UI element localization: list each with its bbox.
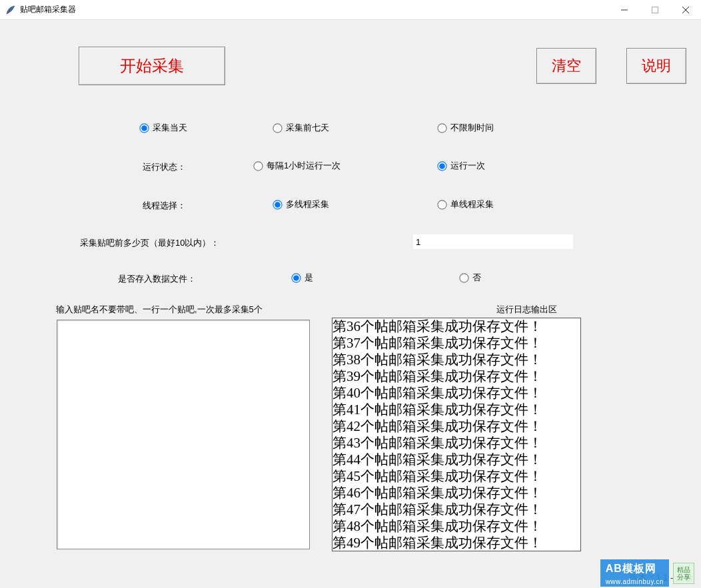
radio-label: 运行一次 xyxy=(450,160,485,172)
log-line: 第46个帖邮箱采集成功保存文件！ xyxy=(333,485,580,501)
help-button[interactable]: 说明 xyxy=(626,48,686,84)
log-line: 第40个帖邮箱采集成功保存文件！ xyxy=(333,385,580,402)
radio-save-no[interactable]: 否 xyxy=(460,272,481,284)
minimize-button[interactable] xyxy=(609,0,640,20)
radio-label: 多线程采集 xyxy=(286,198,329,210)
radio-multithread[interactable]: 多线程采集 xyxy=(273,198,329,210)
log-line: 第42个帖邮箱采集成功保存文件！ xyxy=(333,418,580,435)
log-line: 第36个帖邮箱采集成功保存文件！ xyxy=(333,318,580,335)
radio-label: 每隔1小时运行一次 xyxy=(267,160,341,172)
radio-collect-7days[interactable]: 采集前七天 xyxy=(273,122,329,134)
radio-no-time-limit[interactable]: 不限制时间 xyxy=(438,122,494,134)
tieba-names-input-box xyxy=(57,320,310,549)
radio-save-yes[interactable]: 是 xyxy=(292,272,313,284)
save-file-label: 是否存入数据文件： xyxy=(118,273,196,285)
radio-label: 单线程采集 xyxy=(450,198,494,210)
radio-run-hourly[interactable]: 每隔1小时运行一次 xyxy=(254,160,341,172)
log-area-header: 运行日志输出区 xyxy=(480,304,573,316)
radio-label: 采集前七天 xyxy=(286,122,329,134)
log-line: 第47个帖邮箱采集成功保存文件！ xyxy=(333,501,580,518)
log-line: 第37个帖邮箱采集成功保存文件！ xyxy=(333,335,580,352)
titlebar: 贴吧邮箱采集器 xyxy=(0,0,701,20)
tieba-names-textarea[interactable] xyxy=(59,322,308,547)
input-area-header: 输入贴吧名不要带吧、一行一个贴吧,一次最多采集5个 xyxy=(56,304,283,316)
log-line: 第41个帖邮箱采集成功保存文件！ xyxy=(333,402,580,418)
pages-label: 采集贴吧前多少页（最好10以内）： xyxy=(80,237,219,249)
log-line: 第43个帖邮箱采集成功保存文件！ xyxy=(333,435,580,451)
radio-collect-today[interactable]: 采集当天 xyxy=(140,122,187,134)
app-feather-icon xyxy=(5,5,16,15)
radio-label: 是 xyxy=(305,272,313,284)
maximize-button[interactable] xyxy=(640,0,670,20)
thread-label: 线程选择： xyxy=(143,200,186,212)
log-line: 第39个帖邮箱采集成功保存文件！ xyxy=(333,368,580,385)
svg-rect-1 xyxy=(652,7,658,13)
radio-run-once[interactable]: 运行一次 xyxy=(438,160,485,172)
clear-button[interactable]: 清空 xyxy=(536,48,596,84)
run-state-label: 运行状态： xyxy=(143,161,186,173)
start-collect-button[interactable]: 开始采集 xyxy=(79,47,225,85)
radio-label: 不限制时间 xyxy=(450,122,494,134)
pages-input[interactable] xyxy=(413,234,573,249)
log-line: 第48个帖邮箱采集成功保存文件！ xyxy=(333,518,580,535)
log-output-box[interactable]: 第36个帖邮箱采集成功保存文件！第37个帖邮箱采集成功保存文件！第38个帖邮箱采… xyxy=(332,318,581,551)
watermark: AB模板网 www.adminbuy.cn 精品 分享 xyxy=(600,559,694,587)
client-area: 开始采集 清空 说明 采集当天 采集前七天 不限制时间 运行状态： 每隔1小时运… xyxy=(0,20,701,588)
radio-label: 采集当天 xyxy=(153,122,187,134)
radio-singlethread[interactable]: 单线程采集 xyxy=(438,198,494,210)
radio-label: 否 xyxy=(472,272,481,284)
log-line: 第38个帖邮箱采集成功保存文件！ xyxy=(333,352,580,368)
watermark-badge-square: 精品 分享 xyxy=(673,563,694,584)
window-controls xyxy=(609,0,701,20)
watermark-brand: AB模板网 xyxy=(600,559,669,579)
watermark-url: www.adminbuy.cn xyxy=(600,578,669,587)
close-button[interactable] xyxy=(670,0,701,20)
log-line: 第44个帖邮箱采集成功保存文件！ xyxy=(333,451,580,468)
log-line: 第49个帖邮箱采集成功保存文件！ xyxy=(333,535,580,551)
window-title: 贴吧邮箱采集器 xyxy=(20,4,76,15)
log-line: 第45个帖邮箱采集成功保存文件！ xyxy=(333,468,580,485)
